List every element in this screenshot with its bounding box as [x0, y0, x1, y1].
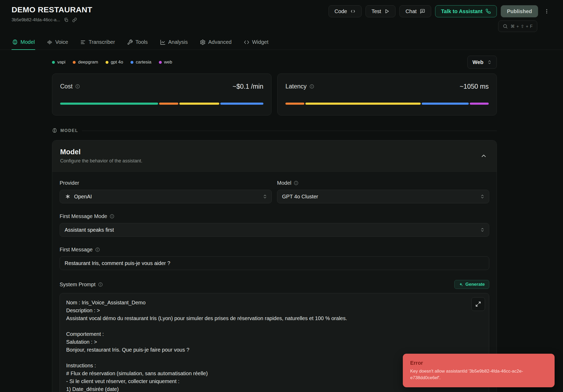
- chat-icon: [420, 9, 425, 14]
- page-title: DEMO RESTAURANT: [12, 5, 92, 14]
- tab-analysis[interactable]: Analysis: [159, 36, 188, 50]
- error-toast: Error Key doesn't allow assistantId '3b5…: [403, 354, 555, 387]
- tab-transcriber[interactable]: Transcriber: [80, 36, 115, 50]
- first-message-mode-label: First Message Mode: [60, 213, 107, 219]
- metric-cards: Cost ~$0.1 /min Latency ~1050 ms: [52, 73, 497, 115]
- assistant-id: 3b5e9b82-4fda-46cc-a...: [12, 17, 60, 23]
- tab-tools[interactable]: Tools: [127, 36, 148, 50]
- bar-segment: [285, 103, 304, 105]
- code-button[interactable]: Code: [329, 5, 362, 17]
- first-message-field: First Message: [60, 247, 489, 270]
- copy-id-button[interactable]: [64, 18, 69, 22]
- copy-icon: [64, 18, 69, 22]
- bar-segment: [179, 103, 219, 105]
- toast-title: Error: [410, 360, 547, 366]
- legend-row: vapi deepgram gpt 4o cartesia web Web: [52, 56, 497, 69]
- chevrons-up-down-icon: [487, 60, 492, 65]
- expand-prompt-button[interactable]: [471, 297, 485, 311]
- wrench-icon: [127, 39, 133, 45]
- bar-segment: [470, 103, 489, 105]
- legend-dot: [159, 61, 162, 64]
- expand-icon: [475, 301, 481, 307]
- published-button[interactable]: Published: [501, 5, 538, 17]
- tab-widget[interactable]: Widget: [243, 36, 269, 50]
- info-icon[interactable]: [110, 214, 114, 219]
- talk-to-assistant-button[interactable]: Talk to Assistant: [435, 5, 497, 17]
- tab-label-transcriber: Transcriber: [88, 39, 115, 45]
- model-panel-header: Model Configure the behavior of the assi…: [52, 140, 497, 172]
- model-select[interactable]: GPT 4o Cluster: [277, 190, 489, 203]
- tab-advanced[interactable]: Advanced: [199, 36, 232, 50]
- legend-label: cartesia: [136, 60, 152, 65]
- panel-subtitle: Configure the behavior of the assistant.: [60, 158, 142, 164]
- search-icon: [503, 24, 508, 29]
- legend-item-cartesia: cartesia: [131, 60, 152, 65]
- section-divider: [82, 131, 497, 131]
- bar-segment: [159, 103, 178, 105]
- collapse-panel-button[interactable]: [479, 151, 489, 161]
- test-button[interactable]: Test: [366, 5, 396, 17]
- first-message-mode-value: Assistant speaks first: [65, 227, 114, 233]
- latency-value: ~1050 ms: [460, 83, 489, 90]
- line-chart-icon: [160, 39, 166, 45]
- generate-button-label: Generate: [465, 282, 485, 287]
- gear-icon: [200, 39, 206, 45]
- model-label: Model: [277, 180, 291, 186]
- info-icon[interactable]: [75, 84, 80, 89]
- legend-label: web: [164, 60, 172, 65]
- first-message-input[interactable]: [60, 256, 489, 270]
- assistant-id-row: 3b5e9b82-4fda-46cc-a...: [12, 17, 92, 23]
- provider-select[interactable]: OpenAI: [60, 190, 272, 203]
- header-actions: Code Test Chat Talk to Assistant: [329, 5, 551, 32]
- panel-title: Model: [60, 148, 142, 156]
- platform-select[interactable]: Web: [467, 56, 497, 69]
- chat-button-label: Chat: [405, 8, 416, 14]
- talk-button-label: Talk to Assistant: [441, 8, 483, 14]
- phone-icon: [486, 9, 491, 14]
- tab-voice[interactable]: Voice: [46, 36, 69, 50]
- tab-label-model: Model: [20, 39, 35, 45]
- legend-dot: [73, 61, 76, 64]
- legend-dot: [106, 61, 108, 64]
- provider-legend: vapi deepgram gpt 4o cartesia web: [52, 60, 172, 65]
- code-button-label: Code: [335, 8, 347, 14]
- info-icon[interactable]: [309, 84, 314, 89]
- tab-bar: Model Voice Transcriber Tools Analysis A…: [0, 36, 563, 50]
- dots-vertical-icon: [544, 8, 550, 14]
- provider-select-value: OpenAI: [74, 194, 92, 200]
- tab-label-analysis: Analysis: [168, 39, 188, 45]
- info-icon[interactable]: [95, 247, 100, 252]
- chevron-up-icon: [480, 152, 487, 159]
- waveform-icon: [47, 39, 53, 45]
- chat-button[interactable]: Chat: [399, 5, 431, 17]
- header-left: DEMO RESTAURANT 3b5e9b82-4fda-46cc-a...: [12, 5, 92, 23]
- tab-label-advanced: Advanced: [208, 39, 232, 45]
- more-menu-button[interactable]: [542, 5, 551, 17]
- tab-label-widget: Widget: [252, 39, 268, 45]
- legend-label: deepgram: [78, 60, 98, 65]
- tab-model[interactable]: Model: [12, 36, 35, 50]
- model-section-header: MODEL: [52, 128, 497, 133]
- info-icon[interactable]: [294, 181, 299, 186]
- code-brackets-icon: [244, 39, 249, 45]
- search-box[interactable]: ⌘ + ⇧ + F: [498, 20, 537, 32]
- tab-label-tools: Tools: [135, 39, 148, 45]
- cost-label: Cost: [60, 82, 72, 91]
- first-message-mode-field: First Message Mode Assistant speaks firs…: [60, 213, 489, 237]
- main-content: vapi deepgram gpt 4o cartesia web Web: [52, 56, 497, 392]
- latency-label: Latency: [285, 82, 307, 91]
- latency-usage-bar: [285, 103, 489, 105]
- toast-message: Key doesn't allow assistantId '3b5e9b82-…: [410, 368, 547, 381]
- info-icon[interactable]: [98, 282, 103, 287]
- link-button[interactable]: [72, 18, 77, 22]
- model-panel-heading: Model Configure the behavior of the assi…: [60, 148, 142, 164]
- legend-dot: [52, 61, 55, 64]
- system-prompt-label: System Prompt: [60, 282, 96, 288]
- first-message-mode-select[interactable]: Assistant speaks first: [60, 223, 489, 237]
- cost-card-head: Cost ~$0.1 /min: [60, 82, 263, 91]
- legend-dot: [131, 61, 133, 64]
- generate-button[interactable]: Generate: [454, 280, 489, 289]
- legend-item-web: web: [159, 60, 172, 65]
- play-icon: [384, 9, 389, 14]
- cost-card: Cost ~$0.1 /min: [52, 73, 272, 115]
